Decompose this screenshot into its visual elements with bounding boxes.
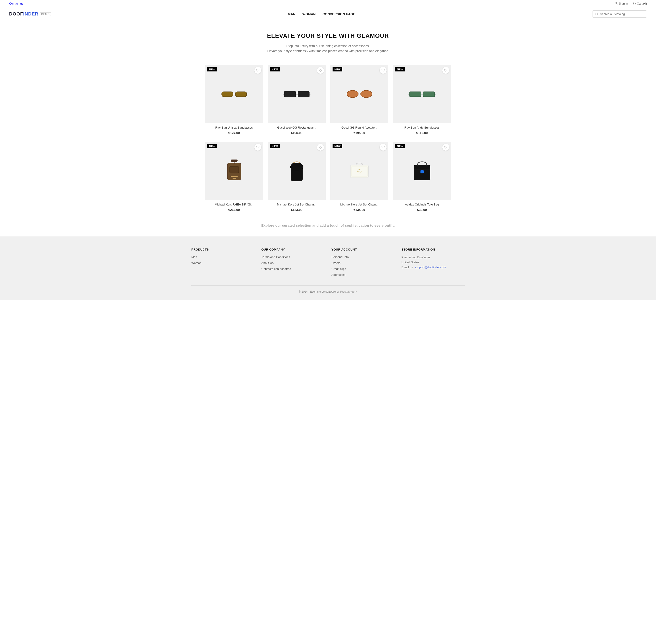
- product-image: [393, 142, 451, 200]
- product-image-wrapper: NEW: [268, 142, 326, 200]
- product-image: [205, 142, 263, 200]
- nav-man[interactable]: MAN: [288, 12, 296, 16]
- product-image-wrapper: NEW: [393, 65, 451, 123]
- product-price: €195.00: [333, 131, 386, 135]
- wishlist-button[interactable]: [442, 67, 449, 74]
- wishlist-button[interactable]: [380, 67, 387, 74]
- wishlist-button[interactable]: [442, 144, 449, 151]
- product-info: Ray-Ban Andy Sunglasses €119.00: [393, 123, 451, 137]
- product-info: Ray-Ban Unisex Sunglasses €124.00: [205, 123, 263, 137]
- heart-icon: [381, 69, 385, 72]
- svg-line-4: [597, 15, 598, 15]
- wishlist-button[interactable]: [317, 144, 324, 151]
- svg-rect-36: [420, 170, 424, 174]
- nav-woman[interactable]: WOMAN: [302, 12, 316, 16]
- footer-account-list: Personal info Orders Credit slips Addres…: [331, 255, 395, 277]
- product-image: [268, 65, 326, 123]
- footer-link-orders[interactable]: Orders: [331, 261, 341, 264]
- product-grid: NEW Ray-Ban Unisex Sunglasses €124.00 NE…: [191, 61, 465, 219]
- product-image-wrapper: NEW: [205, 65, 263, 123]
- product-info: Michael Kors Jet Set Charm... €123.00: [268, 200, 326, 214]
- product-card[interactable]: NEW Gucci Web GG Rectangular... €195.00: [268, 65, 326, 137]
- product-info: Gucci Web GG Rectangular... €195.00: [268, 123, 326, 137]
- heart-icon: [319, 146, 322, 149]
- svg-point-1: [634, 4, 634, 5]
- logo[interactable]: DOOFINDER DEMO: [9, 12, 51, 17]
- hero-section: ELEVATE YOUR STYLE WITH GLAMOUR Step int…: [0, 21, 656, 61]
- product-card[interactable]: NEW Ray-Ban Andy Sunglasses €119.00: [393, 65, 451, 137]
- logo-text: DOOFINDER: [9, 12, 39, 17]
- svg-point-14: [360, 90, 372, 98]
- logo-demo: DEMO: [40, 12, 51, 16]
- footer-link-contact[interactable]: Contacte con nosotros: [262, 267, 291, 271]
- new-badge: NEW: [270, 144, 280, 148]
- footer-link-terms[interactable]: Terms and Conditions: [262, 255, 290, 259]
- footer-link-man[interactable]: Man: [191, 255, 197, 259]
- product-image: [330, 65, 388, 123]
- new-badge: NEW: [332, 67, 342, 71]
- search-input[interactable]: [600, 12, 644, 16]
- wishlist-button[interactable]: [317, 67, 324, 74]
- product-price: €264.00: [208, 208, 260, 212]
- wishlist-button[interactable]: [255, 144, 261, 151]
- product-price: €124.00: [208, 131, 260, 135]
- footer-link-woman[interactable]: Woman: [191, 261, 202, 264]
- footer-store-title: STORE INFORMATION: [401, 248, 465, 251]
- product-image-wrapper: NEW: [205, 142, 263, 200]
- product-card[interactable]: NEW Adidas Originals Tote Bag €39.00: [393, 142, 451, 214]
- product-image: [268, 142, 326, 200]
- footer-store-details: Prestashop Doofinder United States Email…: [401, 255, 465, 270]
- footer-link-addresses[interactable]: Addresses: [331, 273, 345, 276]
- product-card[interactable]: MK NEW Michael Kors Jet Set Chain... €13…: [330, 142, 388, 214]
- store-country: United States: [401, 260, 419, 264]
- product-image-wrapper: NEW: [268, 65, 326, 123]
- hero-title: ELEVATE YOUR STYLE WITH GLAMOUR: [4, 32, 652, 39]
- cart-link[interactable]: Cart (0): [633, 2, 647, 5]
- hero-subtitle-2: Elevate your style effortlessly with tim…: [4, 48, 652, 53]
- product-card[interactable]: NEW Ray-Ban Unisex Sunglasses €124.00: [205, 65, 263, 137]
- product-card[interactable]: NEW Gucci GG Round Acetate... €195.00: [330, 65, 388, 137]
- footer-link-about[interactable]: About Us: [262, 261, 274, 264]
- footer-link-credit-slips[interactable]: Credit slips: [331, 267, 346, 271]
- footer-company-title: OUR COMPANY: [262, 248, 325, 251]
- store-email-link[interactable]: support@doofinder.com: [415, 266, 446, 269]
- product-name: Adidas Originals Tote Bag: [396, 203, 448, 207]
- heart-icon: [319, 69, 322, 72]
- footer-account: YOUR ACCOUNT Personal info Orders Credit…: [331, 248, 395, 278]
- product-price: €123.00: [270, 208, 323, 212]
- svg-rect-28: [233, 178, 236, 179]
- svg-point-3: [596, 13, 598, 15]
- wishlist-button[interactable]: [255, 67, 261, 74]
- svg-rect-9: [298, 91, 309, 97]
- svg-text:MK: MK: [358, 171, 360, 172]
- product-info: Gucci GG Round Acetate... €195.00: [330, 123, 388, 137]
- wishlist-button[interactable]: [380, 144, 387, 151]
- main-nav: MAN WOMAN CONVERSION PAGE: [288, 12, 355, 16]
- product-image: MK: [330, 142, 388, 200]
- product-image: [205, 65, 263, 123]
- product-card[interactable]: NEW Michael Kors Jet Set Charm... €123.0…: [268, 142, 326, 214]
- footer-link-personal-info[interactable]: Personal info: [331, 255, 349, 259]
- product-price: €134.00: [333, 208, 386, 212]
- cart-icon: [633, 2, 636, 5]
- product-name: Gucci GG Round Acetate...: [333, 126, 386, 130]
- product-name: Michael Kors Jet Set Charm...: [270, 203, 323, 207]
- svg-rect-18: [410, 92, 421, 97]
- search-icon: [595, 13, 598, 16]
- new-badge: NEW: [270, 67, 280, 71]
- heart-icon: [256, 69, 259, 72]
- product-price: €39.00: [396, 208, 448, 212]
- store-email-label: Email us:: [401, 266, 414, 269]
- user-icon: [615, 2, 618, 5]
- nav-conversion[interactable]: CONVERSION PAGE: [323, 12, 355, 16]
- product-price: €119.00: [396, 131, 448, 135]
- footer-company-list: Terms and Conditions About Us Contacte c…: [262, 255, 325, 271]
- product-card[interactable]: NEW Michael Kors RHEA ZIP XS... €264.00: [205, 142, 263, 214]
- svg-rect-8: [284, 91, 296, 97]
- signin-link[interactable]: Sign in: [615, 2, 628, 5]
- search-bar[interactable]: [592, 10, 647, 18]
- contact-link[interactable]: Contact us: [9, 2, 23, 5]
- footer-products: PRODUCTS Man Woman: [191, 248, 255, 278]
- product-image: [393, 65, 451, 123]
- product-info: Michael Kors RHEA ZIP XS... €264.00: [205, 200, 263, 214]
